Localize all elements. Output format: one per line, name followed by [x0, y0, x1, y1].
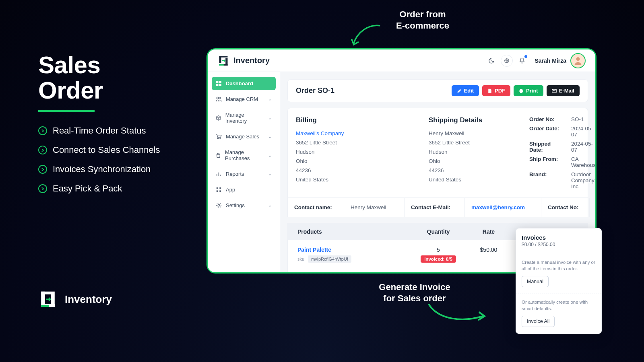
- svg-rect-13: [219, 81, 221, 83]
- billing-column: Billing Maxwell's Company 3652 Little St…: [296, 116, 417, 193]
- apps-icon: [216, 187, 222, 193]
- gear-icon: [216, 202, 222, 208]
- hero-bullet: Real-Time Order Status: [38, 125, 191, 136]
- chevron-down-icon: ⌄: [268, 97, 272, 102]
- pdf-button[interactable]: PDF: [482, 85, 510, 96]
- chevron-down-icon: ⌄: [268, 153, 272, 158]
- svg-rect-2: [41, 292, 55, 294]
- arrow-icon: [427, 300, 491, 328]
- cart-icon: [216, 134, 222, 140]
- hero-underline: [38, 110, 95, 112]
- sidebar: Dashboard Manage CRM ⌄ Manage Inventory …: [208, 72, 280, 272]
- globe-icon: [504, 58, 510, 64]
- svg-rect-9: [219, 64, 224, 66]
- top-bar: Inventory Sarah Mirza: [208, 49, 595, 72]
- sidebar-item-purchases[interactable]: Manage Purchases ⌄: [212, 146, 276, 165]
- chevron-down-icon: ⌄: [268, 203, 272, 208]
- moon-icon: [488, 58, 495, 64]
- box-icon: [216, 115, 221, 121]
- chevron-right-icon: [38, 126, 47, 135]
- order-details: Billing Maxwell's Company 3652 Little St…: [287, 108, 588, 197]
- svg-point-18: [218, 138, 219, 139]
- bag-icon: [216, 152, 221, 158]
- hero-title: Sales Order: [38, 52, 191, 103]
- chevron-right-icon: [38, 165, 47, 174]
- contact-email-link[interactable]: maxwell@henry.com: [471, 204, 525, 210]
- svg-point-19: [220, 138, 221, 139]
- hero-bullet: Easy Pick & Pack: [38, 183, 191, 194]
- svg-rect-23: [219, 190, 221, 192]
- chart-icon: [216, 171, 222, 177]
- chevron-down-icon: ⌄: [268, 115, 272, 121]
- billing-company-link[interactable]: Maxwell's Company: [296, 130, 344, 136]
- sidebar-item-sales[interactable]: Manage Sales ⌄: [212, 130, 276, 143]
- popover-amount: $0.00 / $250.00: [522, 242, 596, 247]
- app-name: Inventory: [233, 56, 270, 65]
- svg-point-16: [217, 97, 219, 99]
- app-brand: Inventory: [217, 55, 270, 67]
- printer-icon: [519, 88, 524, 93]
- svg-rect-22: [217, 190, 218, 192]
- user-name: Sarah Mirza: [535, 58, 566, 64]
- svg-rect-12: [216, 81, 219, 83]
- brand-footer: Inventory: [38, 290, 112, 309]
- sidebar-item-reports[interactable]: Reports ⌄: [212, 167, 276, 181]
- edit-button[interactable]: Edit: [452, 85, 479, 96]
- chevron-right-icon: [38, 184, 47, 193]
- app-logo-icon: [217, 55, 229, 67]
- pencil-icon: [457, 88, 462, 93]
- sidebar-item-crm[interactable]: Manage CRM ⌄: [212, 93, 276, 106]
- svg-rect-7: [219, 56, 228, 58]
- invoice-all-button[interactable]: Invoice All: [522, 316, 555, 327]
- meta-column: Order No:SO-1 Order Date:2024-05-07 Ship…: [529, 116, 595, 193]
- chevron-right-icon: [38, 146, 47, 154]
- order-header: Order SO-1 Edit PDF Print: [287, 79, 588, 102]
- hero-bullet: Connect to Sales Channels: [38, 145, 191, 155]
- bell-icon: [519, 58, 525, 64]
- product-link[interactable]: Paint Palette: [297, 247, 414, 253]
- sidebar-item-settings[interactable]: Settings ⌄: [212, 199, 276, 212]
- sidebar-item-dashboard[interactable]: Dashboard: [212, 77, 276, 90]
- invoices-popover: Invoices $0.00 / $250.00 Create a manual…: [516, 228, 602, 334]
- notification-dot: [524, 55, 527, 58]
- svg-point-24: [218, 204, 220, 206]
- contact-strip: Contact name: Henry Maxwell Contact E-Ma…: [287, 197, 588, 217]
- users-icon: [216, 96, 222, 102]
- invoiced-badge: Invoiced: 0/5: [421, 255, 456, 263]
- order-title: Order SO-1: [296, 86, 334, 95]
- callout-top: Order fromE-commerce: [370, 9, 475, 31]
- file-icon: [487, 88, 492, 93]
- sidebar-item-app[interactable]: App: [212, 183, 276, 196]
- help-button[interactable]: [501, 55, 513, 67]
- hero-bullet: Invoices Synchronization: [38, 164, 191, 175]
- brand-name: Inventory: [65, 293, 112, 306]
- user-avatar-icon: [573, 56, 583, 66]
- dashboard-icon: [216, 80, 222, 86]
- sku-badge: mvIpRcfIG4nVtpUf: [308, 255, 351, 263]
- chevron-down-icon: ⌄: [268, 134, 272, 139]
- marketing-hero: Sales Order Real-Time Order Status Conne…: [38, 52, 191, 203]
- svg-rect-15: [219, 84, 221, 86]
- sidebar-item-inventory[interactable]: Manage Inventory ⌄: [212, 108, 276, 128]
- notifications-button[interactable]: [516, 55, 528, 67]
- svg-point-11: [576, 57, 580, 61]
- print-button[interactable]: Print: [514, 85, 543, 96]
- avatar[interactable]: [570, 53, 586, 68]
- manual-invoice-button[interactable]: Manual: [522, 276, 549, 287]
- shipping-column: Shipping Details Henry Maxwell 3652 Litt…: [429, 116, 517, 193]
- svg-rect-4: [41, 305, 49, 307]
- arrow-icon: [346, 22, 382, 50]
- svg-point-17: [219, 97, 221, 99]
- svg-rect-21: [219, 187, 221, 189]
- chevron-down-icon: ⌄: [268, 171, 272, 177]
- svg-rect-20: [217, 187, 218, 189]
- brand-logo-icon: [38, 290, 58, 309]
- popover-title: Invoices: [522, 234, 596, 241]
- email-button[interactable]: E-Mail: [547, 85, 580, 96]
- mail-icon: [552, 88, 557, 93]
- svg-rect-14: [216, 84, 219, 86]
- theme-toggle[interactable]: [485, 55, 497, 67]
